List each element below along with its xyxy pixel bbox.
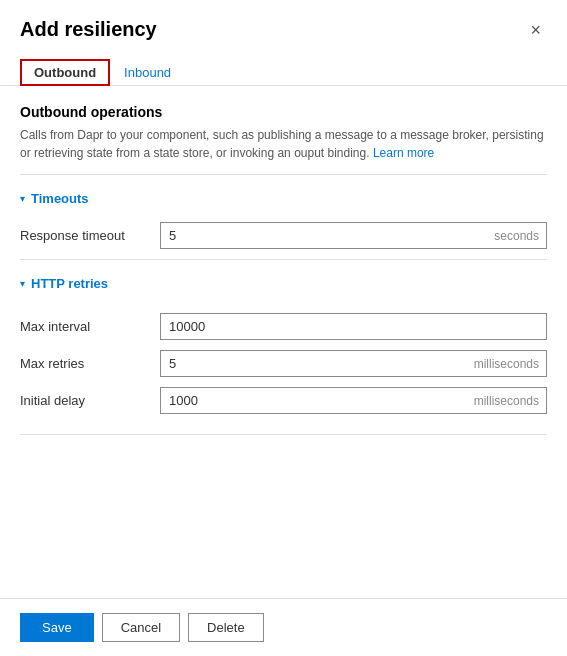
max-interval-input-wrap	[160, 313, 547, 340]
tabs-container: Outbound Inbound	[0, 51, 567, 86]
tab-inbound[interactable]: Inbound	[110, 59, 185, 86]
response-timeout-label: Response timeout	[20, 228, 160, 243]
divider-3	[20, 434, 547, 435]
max-retries-input-wrap: milliseconds	[160, 350, 547, 377]
initial-delay-input-wrap: milliseconds	[160, 387, 547, 414]
outbound-description: Calls from Dapr to your component, such …	[20, 126, 547, 162]
dialog-footer: Save Cancel Delete	[0, 598, 567, 656]
dialog-title: Add resiliency	[20, 18, 157, 41]
response-timeout-input-wrap: seconds	[160, 222, 547, 249]
max-retries-row: Max retries milliseconds	[20, 350, 547, 377]
initial-delay-label: Initial delay	[20, 393, 160, 408]
http-retries-label: HTTP retries	[31, 276, 108, 291]
cancel-button[interactable]: Cancel	[102, 613, 180, 642]
response-timeout-row: Response timeout seconds	[20, 222, 547, 249]
outbound-section-title: Outbound operations	[20, 104, 547, 120]
save-button[interactable]: Save	[20, 613, 94, 642]
timeouts-label: Timeouts	[31, 191, 89, 206]
description-text: Calls from Dapr to your component, such …	[20, 128, 544, 160]
chevron-down-icon-2: ▾	[20, 278, 25, 289]
dialog-header: Add resiliency ×	[0, 0, 567, 51]
timeouts-collapsible[interactable]: ▾ Timeouts	[20, 185, 547, 212]
max-interval-input[interactable]	[160, 313, 547, 340]
http-retries-collapsible[interactable]: ▾ HTTP retries	[20, 270, 547, 297]
initial-delay-input[interactable]	[160, 387, 547, 414]
response-timeout-input[interactable]	[160, 222, 547, 249]
content-area: Outbound operations Calls from Dapr to y…	[0, 86, 567, 598]
tab-outbound[interactable]: Outbound	[20, 59, 110, 86]
max-retries-input[interactable]	[160, 350, 547, 377]
divider-1	[20, 174, 547, 175]
initial-delay-row: Initial delay milliseconds	[20, 387, 547, 414]
close-button[interactable]: ×	[524, 19, 547, 41]
max-interval-label: Max interval	[20, 319, 160, 334]
max-interval-row: Max interval	[20, 313, 547, 340]
add-resiliency-dialog: Add resiliency × Outbound Inbound Outbou…	[0, 0, 567, 656]
http-retries-fields: Max interval Max retries milliseconds In…	[20, 313, 547, 414]
learn-more-link[interactable]: Learn more	[373, 146, 434, 160]
delete-button[interactable]: Delete	[188, 613, 264, 642]
chevron-down-icon: ▾	[20, 193, 25, 204]
max-retries-label: Max retries	[20, 356, 160, 371]
divider-2	[20, 259, 547, 260]
